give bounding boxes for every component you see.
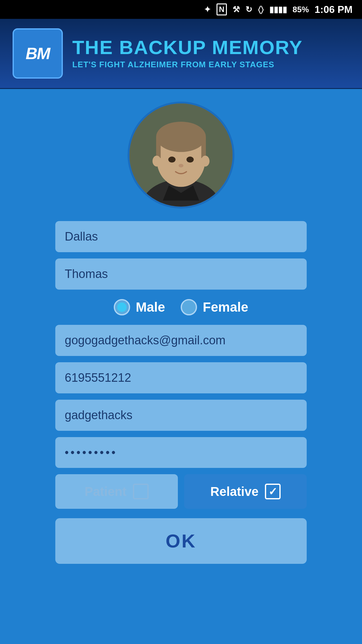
relative-role-option[interactable]: Relative ✓	[184, 474, 307, 509]
male-radio-dot	[117, 303, 127, 312]
battery-indicator: 85%	[293, 5, 309, 14]
female-label: Female	[203, 300, 248, 315]
status-bar: ✦ N ⚒ ↻ 〈〉 ▮▮▮▮ 85% 1:06 PM	[0, 0, 362, 19]
svg-rect-7	[201, 137, 206, 158]
gender-male-option[interactable]: Male	[114, 299, 165, 315]
checkmark-icon: ✓	[268, 485, 277, 498]
bluetooth-icon: ✦	[204, 5, 211, 14]
main-content: Male Female Patient	[0, 89, 362, 644]
patient-label: Patient	[85, 485, 126, 499]
app-title: THE BACKUP MEMORY	[72, 38, 303, 57]
nfc-icon: N	[217, 3, 227, 15]
svg-point-11	[152, 156, 161, 167]
app-header: BM THE BACKUP MEMORY LET'S FIGHT ALZHEIM…	[0, 19, 362, 89]
wifi-icon: 〈〉	[258, 5, 264, 14]
header-title-block: THE BACKUP MEMORY LET'S FIGHT ALZHEIMER …	[72, 38, 303, 69]
patient-role-option[interactable]: Patient	[55, 474, 178, 509]
svg-point-10	[178, 164, 183, 168]
time-display: 1:06 PM	[315, 4, 353, 15]
male-radio[interactable]	[114, 299, 130, 315]
first-name-input[interactable]	[55, 221, 307, 252]
registration-form: Male Female Patient	[55, 221, 307, 564]
sync-icon: ↻	[245, 5, 252, 14]
phone-input[interactable]	[55, 362, 307, 393]
title-part1: THE BACKUP	[72, 36, 212, 58]
ok-button[interactable]: OK	[55, 518, 307, 564]
alarm-icon: ⚒	[233, 5, 240, 14]
relative-label: Relative	[210, 485, 258, 499]
gender-female-option[interactable]: Female	[181, 299, 248, 315]
role-selector: Patient Relative ✓	[55, 474, 307, 509]
svg-point-5	[156, 122, 206, 152]
svg-rect-6	[156, 137, 161, 158]
avatar[interactable]	[128, 102, 234, 208]
female-radio[interactable]	[181, 299, 197, 315]
app-logo: BM	[13, 28, 63, 79]
title-part2: MEMORY	[212, 36, 303, 58]
username-input[interactable]	[55, 400, 307, 431]
app-subtitle: LET'S FIGHT ALZHEIMER FROM EARLY STAGES	[72, 60, 303, 69]
password-input[interactable]	[55, 437, 307, 468]
svg-point-9	[186, 157, 194, 163]
avatar-image	[129, 103, 233, 207]
gender-selector: Male Female	[55, 299, 307, 315]
patient-checkbox[interactable]	[133, 484, 149, 499]
email-input[interactable]	[55, 325, 307, 356]
signal-icon: ▮▮▮▮	[269, 5, 287, 14]
last-name-input[interactable]	[55, 258, 307, 290]
logo-text: BM	[26, 44, 50, 63]
svg-point-12	[201, 156, 210, 167]
svg-point-8	[168, 157, 175, 163]
male-label: Male	[136, 300, 165, 315]
female-radio-dot	[184, 303, 194, 312]
relative-checkbox[interactable]: ✓	[265, 484, 281, 499]
